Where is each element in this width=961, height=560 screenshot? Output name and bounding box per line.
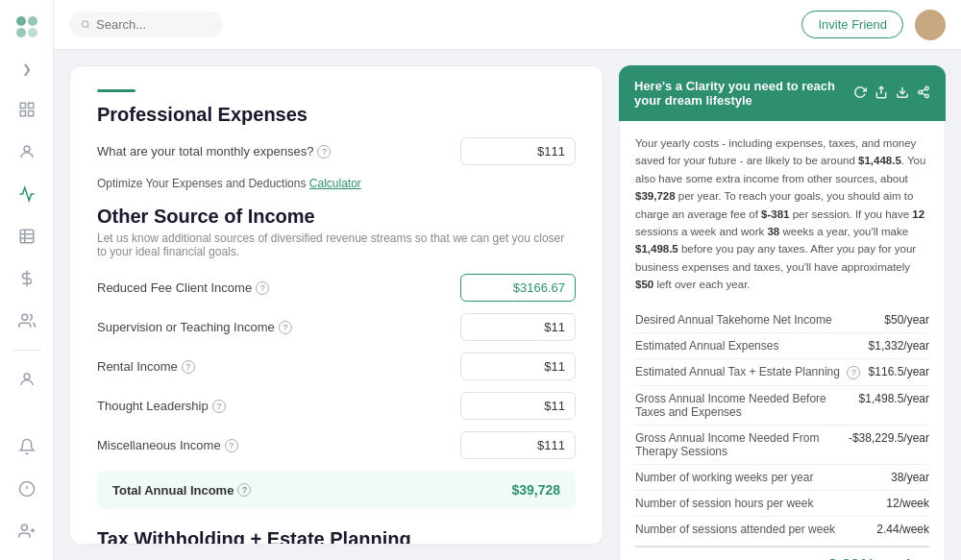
total-annual-income-value: $39,728 — [511, 482, 560, 498]
sidebar-item-bell[interactable] — [10, 429, 44, 464]
other-income-title: Other Source of Income — [97, 206, 576, 228]
svg-point-0 — [16, 16, 26, 26]
miscellaneous-input[interactable] — [460, 431, 576, 459]
content-area: Professional Expenses What are your tota… — [54, 50, 961, 560]
svg-rect-7 — [28, 111, 33, 116]
calculator-link[interactable]: Calculator — [309, 177, 361, 190]
sidebar-divider — [12, 350, 42, 351]
social-share-icon[interactable] — [917, 85, 930, 102]
tax-title: Tax Withholding + Estate Planning — [97, 528, 576, 545]
monthly-expenses-input[interactable] — [460, 137, 576, 165]
topbar: Invite Friend — [54, 0, 961, 50]
svg-point-15 — [24, 374, 30, 379]
sidebar-item-chart[interactable] — [10, 177, 44, 211]
sidebar-item-dollar[interactable] — [10, 261, 44, 296]
clarity-row-5: Gross Annual Income Needed From Therapy … — [635, 426, 929, 465]
sidebar-item-person-single[interactable] — [10, 362, 44, 397]
svg-point-14 — [21, 314, 27, 320]
main-container: Invite Friend Professional Expenses What… — [54, 0, 961, 560]
clarity-row-6: Number of working weeks per year 38/year — [635, 465, 929, 491]
supervision-row: Supervision or Teaching Income ? — [97, 313, 576, 341]
average-therapy-fee-row: Average Therapy Fee Goal $-381/session — [635, 546, 929, 560]
clarity-row-2: Estimated Annual Expenses $1,332/year — [635, 333, 929, 359]
rental-input[interactable] — [460, 353, 576, 380]
sidebar-item-add-person[interactable] — [10, 514, 44, 548]
monthly-expenses-label: What are your total monthly expenses? ? — [97, 144, 331, 158]
invite-friend-button[interactable]: Invite Friend — [801, 11, 903, 38]
clarity-description: Your yearly costs - including expenses, … — [635, 134, 929, 294]
download-icon[interactable] — [896, 85, 909, 102]
sidebar-bottom — [10, 429, 44, 548]
clarity-action-icons — [853, 85, 930, 102]
svg-point-24 — [927, 18, 934, 25]
clarity-rows: Desired Annual Takehome Net Income $50/y… — [635, 307, 929, 542]
refresh-icon[interactable] — [853, 85, 867, 102]
topbar-right: Invite Friend — [801, 10, 946, 40]
sidebar-item-profile[interactable] — [10, 134, 44, 169]
svg-line-30 — [922, 92, 925, 94]
rental-row: Rental Income ? — [97, 353, 576, 380]
svg-point-2 — [16, 28, 26, 37]
svg-rect-5 — [28, 103, 33, 108]
clarity-row-8: Number of sessions attended per week 2.4… — [635, 517, 929, 542]
total-income-help[interactable]: ? — [237, 483, 251, 497]
sidebar-item-info[interactable] — [10, 472, 44, 506]
clarity-card-header: Here's a Clarity you need to reach your … — [619, 65, 946, 121]
clarity-row-4: Gross Annual Income Needed Before Taxes … — [635, 386, 929, 426]
logo — [12, 12, 42, 42]
professional-expenses-title: Professional Expenses — [97, 104, 576, 126]
clarity-body: Your yearly costs - including expenses, … — [619, 121, 946, 560]
svg-rect-6 — [20, 111, 25, 116]
rental-help[interactable]: ? — [182, 360, 195, 374]
left-panel: Professional Expenses What are your tota… — [69, 65, 604, 545]
sidebar-item-people[interactable] — [10, 304, 44, 338]
average-therapy-fee-value: $-381/session — [828, 557, 929, 560]
miscellaneous-row: Miscellaneous Income ? — [97, 431, 576, 459]
svg-point-27 — [925, 86, 929, 90]
supervision-help[interactable]: ? — [279, 321, 292, 334]
svg-point-28 — [919, 90, 923, 94]
thought-leadership-row: Thought Leadership ? — [97, 392, 576, 420]
sidebar-collapse[interactable]: ❯ — [15, 58, 38, 81]
other-income-subtitle: Let us know additional sources of divers… — [97, 231, 576, 258]
monthly-expenses-row: What are your total monthly expenses? ? — [97, 137, 576, 165]
clarity-row-3-help[interactable]: ? — [847, 366, 860, 379]
svg-rect-9 — [20, 230, 34, 243]
svg-point-22 — [82, 21, 88, 28]
search-bar[interactable] — [69, 12, 223, 37]
professional-expenses-section: Professional Expenses What are your tota… — [97, 89, 576, 190]
svg-rect-4 — [20, 103, 25, 108]
sidebar: ❯ — [0, 0, 54, 560]
total-annual-income-row: Total Annual Income ? $39,728 — [97, 471, 576, 509]
sidebar-item-home[interactable] — [10, 92, 44, 127]
monthly-expenses-help[interactable]: ? — [317, 145, 331, 158]
optimize-label: Optimize Your Expenses and Deductions Ca… — [97, 177, 576, 190]
thought-leadership-input[interactable] — [460, 392, 576, 420]
clarity-header-title: Here's a Clarity you need to reach your … — [634, 79, 853, 108]
svg-line-31 — [922, 88, 925, 90]
svg-point-3 — [28, 28, 37, 37]
section-divider — [97, 89, 136, 92]
clarity-row-3: Estimated Annual Tax + Estate Planning ?… — [635, 359, 929, 386]
avatar — [915, 10, 946, 40]
clarity-row-1: Desired Annual Takehome Net Income $50/y… — [635, 307, 929, 333]
share-icon[interactable] — [875, 85, 888, 102]
thought-leadership-help[interactable]: ? — [212, 400, 226, 413]
clarity-row-7: Number of session hours per week 12/week — [635, 491, 929, 517]
svg-line-23 — [87, 26, 89, 28]
svg-point-29 — [925, 94, 929, 98]
sidebar-item-table[interactable] — [10, 219, 44, 254]
svg-point-8 — [24, 146, 30, 152]
reduced-fee-help[interactable]: ? — [256, 281, 269, 295]
svg-point-1 — [28, 16, 37, 26]
search-input[interactable] — [96, 17, 211, 32]
svg-point-19 — [21, 524, 27, 530]
right-panel: Here's a Clarity you need to reach your … — [619, 65, 946, 545]
reduced-fee-row: Reduced Fee Client Income ? — [97, 274, 576, 302]
search-icon — [81, 18, 90, 31]
supervision-input[interactable] — [460, 313, 576, 341]
other-income-section: Other Source of Income Let us know addit… — [97, 206, 576, 509]
miscellaneous-help[interactable]: ? — [225, 439, 238, 452]
tax-section: Tax Withholding + Estate Planning Let us… — [97, 528, 576, 545]
reduced-fee-input[interactable] — [460, 274, 576, 302]
